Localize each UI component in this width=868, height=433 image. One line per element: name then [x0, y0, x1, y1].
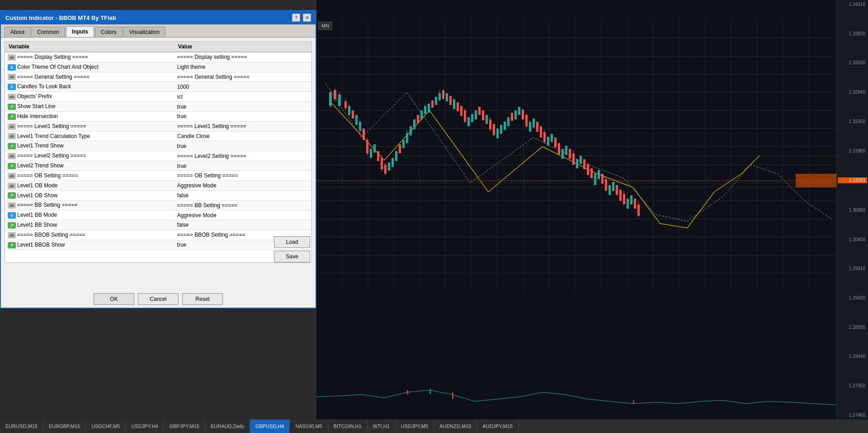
- table-row[interactable]: ↗Level1 BBOB Showtrue: [5, 240, 311, 250]
- svg-rect-122: [583, 159, 585, 169]
- table-row[interactable]: abLevel1 OB ModeAggresive Mode: [5, 181, 311, 190]
- table-row[interactable]: ab===== Level2 Setting ========== Level2…: [5, 151, 311, 161]
- svg-rect-73: [428, 104, 430, 113]
- table-row[interactable]: ab===== General Setting ========== Gener…: [5, 72, 311, 82]
- table-cell-value[interactable]: ===== BB Setting =====: [175, 200, 311, 210]
- table-row[interactable]: ↗Level2 Trend Showtrue: [5, 161, 311, 171]
- svg-rect-68: [410, 126, 412, 135]
- table-cell-variable: ↗Show Start Line: [5, 102, 175, 112]
- svg-rect-95: [496, 128, 499, 138]
- save-btn[interactable]: Save: [274, 251, 310, 262]
- svg-rect-99: [511, 113, 513, 121]
- table-cell-value[interactable]: Aggresive Mode: [175, 181, 311, 190]
- svg-rect-78: [442, 90, 444, 99]
- table-row[interactable]: ab===== Level1 Setting ========== Level1…: [5, 121, 311, 131]
- tab-gbpjpy-m15[interactable]: GBPJPY,M15: [164, 419, 205, 433]
- table-row[interactable]: ab===== Display Setting ========== Displ…: [5, 52, 311, 62]
- table-row[interactable]: ab===== BBOB Setting ========== BBOB Set…: [5, 230, 311, 240]
- table-row[interactable]: ab===== BB Setting ========== BB Setting…: [5, 200, 311, 210]
- dialog-title: Custom Indicator - BBOB MT4 By TFlab: [5, 14, 116, 21]
- table-cell-value[interactable]: true: [175, 161, 311, 171]
- row-icon: ↗: [8, 192, 16, 199]
- table-cell-value[interactable]: true: [175, 102, 311, 112]
- row-icon: S: [8, 64, 16, 71]
- table-cell-value[interactable]: false: [175, 190, 311, 200]
- svg-rect-121: [580, 156, 582, 164]
- table-row[interactable]: SCandles To Look Back1000: [5, 82, 311, 92]
- tab-audjpy-m15[interactable]: AUDJPY,M15: [477, 419, 518, 433]
- reset-btn[interactable]: Reset: [182, 293, 223, 305]
- table-row[interactable]: ↗Hide Intersectiontrue: [5, 111, 311, 121]
- table-cell-value[interactable]: ===== Level1 Setting =====: [175, 121, 311, 131]
- table-row[interactable]: ab===== OB Setting ========== OB Setting…: [5, 171, 311, 181]
- tab-usdchf-m5[interactable]: USDCHF,M5: [86, 419, 126, 433]
- svg-rect-64: [399, 144, 401, 153]
- tab-euraud-daily[interactable]: EURAUD,Daily: [205, 419, 250, 433]
- tab-usdjpy-m5[interactable]: USDJPY,M5: [396, 419, 434, 433]
- table-cell-value[interactable]: 1000: [175, 82, 311, 92]
- table-cell-value[interactable]: ===== OB Setting =====: [175, 171, 311, 181]
- svg-rect-137: [630, 195, 632, 205]
- cancel-btn[interactable]: Cancel: [138, 293, 179, 305]
- load-btn[interactable]: Load: [274, 236, 310, 248]
- table-cell-value[interactable]: ===== Display setting =====: [175, 52, 311, 62]
- tab-wti-h1[interactable]: WTI,H1: [368, 419, 396, 433]
- svg-rect-106: [533, 119, 535, 128]
- svg-rect-116: [565, 146, 567, 155]
- price-label-11: 1.29420: [838, 295, 867, 300]
- table-cell-value[interactable]: true: [175, 141, 311, 151]
- row-icon: ab: [8, 202, 16, 209]
- svg-rect-80: [449, 96, 452, 105]
- svg-rect-130: [609, 185, 611, 195]
- table-row[interactable]: ↗Level1 BB Showfalse: [5, 220, 311, 230]
- table-cell-value[interactable]: ===== Level2 Setting =====: [175, 151, 311, 161]
- table-row[interactable]: SLevel1 BB ModeAggresive Mode: [5, 210, 311, 220]
- tab-eurusd-m15[interactable]: EURUSD,M15: [0, 419, 43, 433]
- tab-common[interactable]: Common: [31, 27, 65, 37]
- table-row[interactable]: abObjects' Prefixict: [5, 92, 311, 102]
- table-cell-variable: ab===== General Setting =====: [5, 72, 175, 82]
- dialog-close-btn[interactable]: ✕: [303, 14, 311, 22]
- table-cell-variable: ab===== BB Setting =====: [5, 200, 175, 210]
- row-icon: S: [8, 84, 16, 90]
- table-cell-value[interactable]: true: [175, 111, 311, 121]
- tab-visualization[interactable]: Visualization: [123, 27, 165, 37]
- table-cell-value[interactable]: Aggresive Mode: [175, 210, 311, 220]
- table-cell-value[interactable]: ict: [175, 92, 311, 102]
- table-cell-variable: ↗Level1 BB Show: [5, 220, 175, 230]
- table-cell-variable: SCandles To Look Back: [5, 82, 175, 92]
- table-row[interactable]: abLevel1 Trend Calculation TypeCandle Cl…: [5, 131, 311, 141]
- tabs: About Common Inputs Colors Visualization: [1, 24, 316, 38]
- svg-rect-126: [598, 170, 600, 179]
- row-icon: ↗: [8, 163, 16, 169]
- table-cell-value[interactable]: Candle Close: [175, 131, 311, 141]
- tab-gbpusd-h4[interactable]: GBPUSD,H4: [250, 419, 290, 433]
- tab-bitcoin-h1[interactable]: BITCOIN,H1: [328, 419, 368, 433]
- tab-inputs[interactable]: Inputs: [66, 26, 94, 37]
- price-label-9: 1.30400: [838, 237, 867, 242]
- tab-audnzd-m15[interactable]: AUDNZD,M15: [434, 419, 477, 433]
- table-cell-variable: SColor Theme Of Chart And Object: [5, 62, 175, 72]
- tab-nas100-m5[interactable]: NAS100,M5: [290, 419, 328, 433]
- table-row[interactable]: ↗Level1 OB Showfalse: [5, 190, 311, 200]
- table-cell-variable: ab===== Display Setting =====: [5, 52, 175, 62]
- svg-rect-112: [551, 134, 553, 142]
- tab-eurgbp-m15[interactable]: EURGBP,M15: [43, 419, 86, 433]
- dialog-help-btn[interactable]: ?: [292, 14, 300, 22]
- tab-colors[interactable]: Colors: [95, 27, 123, 37]
- row-icon: ↗: [8, 104, 16, 110]
- row-icon: ↗: [8, 222, 16, 228]
- table-row[interactable]: ↗Show Start Linetrue: [5, 102, 311, 112]
- svg-rect-70: [417, 115, 419, 123]
- table-row[interactable]: ↗Level1 Trend Showtrue: [5, 141, 311, 151]
- table-cell-value[interactable]: ===== General Setting =====: [175, 72, 311, 82]
- svg-rect-133: [619, 190, 622, 201]
- ok-btn[interactable]: OK: [94, 293, 134, 305]
- table-row[interactable]: SColor Theme Of Chart And ObjectLight th…: [5, 62, 311, 72]
- tab-usdjpy-h4[interactable]: USDJPY,H4: [126, 419, 164, 433]
- table-cell-variable: ab===== OB Setting =====: [5, 171, 175, 181]
- table-cell-value[interactable]: Light theme: [175, 62, 311, 72]
- table-cell-value[interactable]: false: [175, 220, 311, 230]
- svg-rect-94: [493, 124, 495, 135]
- tab-about[interactable]: About: [5, 27, 30, 37]
